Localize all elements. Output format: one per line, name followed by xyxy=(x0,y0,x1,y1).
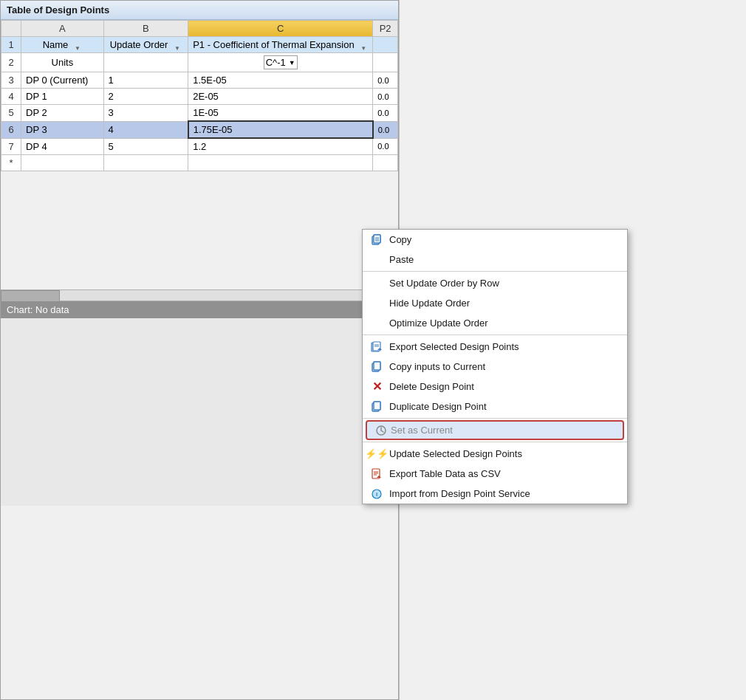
menu-item-update-selected[interactable]: ⚡⚡ Update Selected Design Points xyxy=(363,444,627,464)
delete-dp-label: Delete Design Point xyxy=(389,381,474,392)
name-dropdown-arrow[interactable] xyxy=(73,41,82,50)
main-container: Table of Design Points A B C P2 1 xyxy=(0,0,746,700)
col-header-row: A B C P2 xyxy=(1,21,398,37)
dp2-order: 3 xyxy=(103,105,188,122)
new-row[interactable]: * xyxy=(1,155,398,171)
delete-icon: ✕ xyxy=(370,380,383,394)
dp2-name: DP 2 xyxy=(21,105,104,122)
export-csv-label: Export Table Data as CSV xyxy=(389,468,501,479)
dp4-p1[interactable]: 1.2 xyxy=(188,138,373,155)
import-service-label: Import from Design Point Service xyxy=(389,488,530,499)
svg-rect-16 xyxy=(374,402,380,410)
svg-text:i: i xyxy=(376,491,377,498)
dp4-order: 5 xyxy=(103,138,188,155)
set-current-icon xyxy=(374,424,388,437)
set-update-order-label: Set Update Order by Row xyxy=(389,278,499,289)
paste-label: Paste xyxy=(389,254,414,265)
col-a-header: A xyxy=(21,21,104,37)
dp3-p1[interactable]: 1.75E-05 xyxy=(188,121,373,138)
optimize-update-order-label: Optimize Update Order xyxy=(389,318,488,329)
name-header[interactable]: Name xyxy=(21,37,104,53)
p1-dropdown-arrow[interactable] xyxy=(359,41,368,50)
col-p2-header: P2 xyxy=(373,21,398,37)
table-row[interactable]: 3 DP 0 (Current) 1 1.5E-05 0.0 xyxy=(1,72,398,89)
dp1-p1[interactable]: 2E-05 xyxy=(188,89,373,105)
design-points-table: A B C P2 1 Name Update Order xyxy=(1,20,398,171)
dp0-order: 1 xyxy=(103,72,188,89)
copy-icon xyxy=(370,233,383,247)
separator-4 xyxy=(363,442,627,442)
col-b-header: B xyxy=(103,21,188,37)
table-row[interactable]: 4 DP 1 2 2E-05 0.0 xyxy=(1,89,398,105)
table-row[interactable]: 5 DP 2 3 1E-05 0.0 xyxy=(1,105,398,122)
units-label: Units xyxy=(21,53,104,72)
row-5-num: 5 xyxy=(1,105,21,122)
menu-item-hide-update-order[interactable]: Hide Update Order xyxy=(363,293,627,313)
copy-inputs-icon xyxy=(370,360,383,374)
star-p1-cell xyxy=(188,155,373,171)
row-3-num: 3 xyxy=(1,72,21,89)
menu-item-delete-dp[interactable]: ✕ Delete Design Point xyxy=(363,377,627,397)
dp3-p2: 0.0 xyxy=(373,121,398,138)
row-4-num: 4 xyxy=(1,89,21,105)
corner-cell xyxy=(1,21,21,37)
menu-item-duplicate-dp[interactable]: Duplicate Design Point xyxy=(363,397,627,416)
dp0-p1[interactable]: 1.5E-05 xyxy=(188,72,373,89)
copy-label: Copy xyxy=(389,234,411,245)
menu-item-copy[interactable]: Copy xyxy=(363,230,627,250)
p2-header-cell xyxy=(373,37,398,53)
update-selected-label: Update Selected Design Points xyxy=(389,448,522,459)
dp1-name: DP 1 xyxy=(21,89,104,105)
units-b-cell xyxy=(103,53,188,72)
row-2-num: 2 xyxy=(1,53,21,72)
svg-rect-13 xyxy=(374,362,380,370)
star-p2-cell xyxy=(373,155,398,171)
dp1-order: 2 xyxy=(103,89,188,105)
units-p2-cell xyxy=(373,53,398,72)
menu-item-import-service[interactable]: i Import from Design Point Service xyxy=(363,484,627,504)
menu-item-copy-inputs[interactable]: Copy inputs to Current xyxy=(363,357,627,377)
menu-item-export-csv[interactable]: Export Table Data as CSV xyxy=(363,464,627,484)
set-as-current-label: Set as Current xyxy=(391,425,453,436)
separator-1 xyxy=(363,271,627,272)
units-row: 2 Units C^-1 ▼ xyxy=(1,53,398,72)
units-dropdown[interactable]: C^-1 ▼ xyxy=(264,55,298,69)
context-menu: Copy Paste Set Update Order by Row Hide … xyxy=(362,229,628,504)
chart-title-bar: Chart: No data xyxy=(1,301,398,318)
col-c-header: C xyxy=(188,21,373,37)
horizontal-scrollbar[interactable] xyxy=(1,289,398,301)
row-6-num: 6 xyxy=(1,121,21,138)
field-name-row: 1 Name Update Order P1 - Coefficient of … xyxy=(1,37,398,53)
menu-item-optimize-update-order[interactable]: Optimize Update Order xyxy=(363,313,627,333)
dp0-p2: 0.0 xyxy=(373,72,398,89)
row-1-num: 1 xyxy=(1,37,21,53)
table-wrapper: A B C P2 1 Name Update Order xyxy=(1,20,398,171)
dp4-name: DP 4 xyxy=(21,138,104,155)
chart-content xyxy=(1,318,398,506)
dp2-p1[interactable]: 1E-05 xyxy=(188,105,373,122)
separator-3 xyxy=(363,418,627,419)
table-panel: Table of Design Points A B C P2 1 xyxy=(0,0,399,700)
dp4-p2: 0.0 xyxy=(373,138,398,155)
duplicate-icon xyxy=(370,400,383,414)
scroll-thumb[interactable] xyxy=(1,290,60,302)
update-icon: ⚡⚡ xyxy=(370,447,383,461)
menu-item-export-selected[interactable]: Export Selected Design Points xyxy=(363,337,627,357)
duplicate-dp-label: Duplicate Design Point xyxy=(389,401,487,412)
units-dropdown-arrow[interactable]: ▼ xyxy=(289,59,295,66)
table-row-selected[interactable]: 6 DP 3 4 1.75E-05 0.0 xyxy=(1,121,398,138)
units-c-cell[interactable]: C^-1 ▼ xyxy=(188,53,373,72)
x-icon: ✕ xyxy=(372,380,382,394)
dp0-name: DP 0 (Current) xyxy=(21,72,104,89)
menu-item-paste[interactable]: Paste xyxy=(363,250,627,270)
p1-header[interactable]: P1 - Coefficient of Thermal Expansion xyxy=(188,37,373,53)
update-order-dropdown-arrow[interactable] xyxy=(173,41,182,50)
table-row[interactable]: 7 DP 4 5 1.2 0.0 xyxy=(1,138,398,155)
dp1-p2: 0.0 xyxy=(373,89,398,105)
menu-item-set-as-current[interactable]: Set as Current xyxy=(366,420,624,440)
row-7-num: 7 xyxy=(1,138,21,155)
dp3-name: DP 3 xyxy=(21,121,104,138)
star-name-cell xyxy=(21,155,104,171)
menu-item-set-update-order[interactable]: Set Update Order by Row xyxy=(363,273,627,293)
update-order-header[interactable]: Update Order xyxy=(103,37,188,53)
